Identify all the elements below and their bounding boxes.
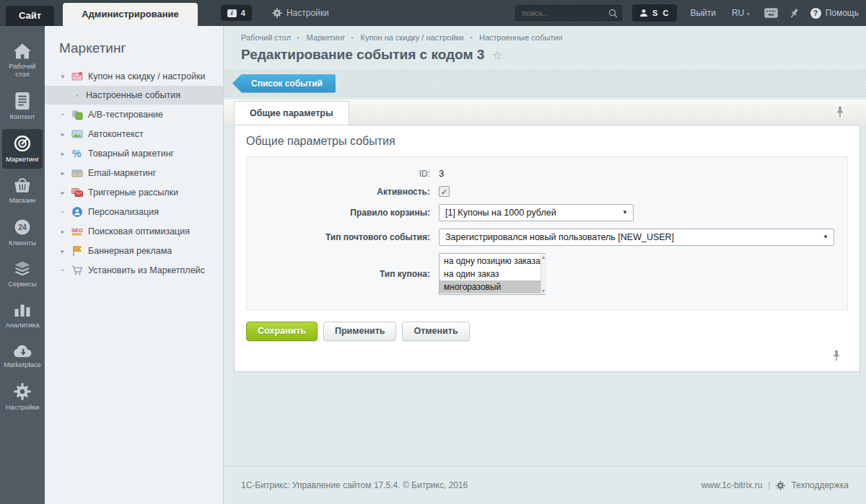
autocontext-icon: [71, 128, 83, 140]
hotkeys-button[interactable]: [764, 8, 778, 18]
form-tabs-bar: Общие параметры: [224, 100, 866, 125]
tree-item-trigger-mailings[interactable]: ▸ Триггерные рассылки: [45, 182, 223, 202]
form-section-title: Общие параметры события: [235, 125, 860, 156]
scroll-down-icon[interactable]: ▼: [541, 288, 546, 293]
tree-item-personalization[interactable]: ▪ Персонализация: [45, 202, 223, 221]
rail-item-services[interactable]: Сервисы: [2, 255, 43, 293]
coupon-type-option-selected[interactable]: многоразовый: [439, 280, 541, 293]
pin-header-button[interactable]: [790, 8, 799, 19]
tab-administration[interactable]: Администрирование: [63, 3, 198, 26]
footer-links: www.1c-bitrix.ru | Техподдержка: [701, 480, 849, 490]
menu-tree-panel: Маркетинг ▾ Купон на скидку / настройки …: [45, 26, 224, 504]
rail-item-content[interactable]: Контент: [2, 87, 43, 126]
tree-item-banner-ads[interactable]: ▸ Баннерная реклама: [45, 241, 223, 260]
breadcrumb-sep-icon: ▸: [351, 35, 354, 40]
topbar-settings-button[interactable]: Настройки: [272, 8, 329, 18]
mail-event-select[interactable]: Зарегистрировался новый пользователь [NE…: [439, 229, 834, 246]
cart-rule-select[interactable]: [1] Купоны на 1000 рублей ▼: [439, 204, 634, 221]
save-button[interactable]: Сохранить: [246, 322, 318, 341]
gear-icon: [776, 481, 785, 490]
search-icon[interactable]: [608, 8, 618, 21]
breadcrumb-link[interactable]: Маркетинг: [307, 33, 345, 42]
page-title-row: Редактирование события с кодом 3 ☆: [241, 47, 866, 63]
help-button[interactable]: ? Помощь: [810, 8, 859, 19]
breadcrumb-sep-icon: ▸: [471, 35, 473, 40]
rail-item-store[interactable]: Магазин: [2, 172, 43, 210]
tab-general-params[interactable]: Общие параметры: [234, 101, 349, 125]
rail-item-clients[interactable]: 24 Клиенты: [2, 213, 43, 252]
breadcrumb-link[interactable]: Настроенные события: [479, 33, 562, 42]
keyboard-icon: [764, 8, 778, 18]
context-toolbar: Список событий: [224, 70, 866, 97]
svg-text:24: 24: [18, 223, 27, 231]
mail-event-label: Тип почтового события:: [247, 232, 439, 242]
chevron-down-icon: ▾: [747, 11, 750, 17]
tree-item-label: Email-маркетинг: [88, 168, 156, 178]
breadcrumb-link[interactable]: Купон на скидку / настройки: [361, 33, 464, 42]
tree-collapsed-icon[interactable]: ▸: [59, 247, 66, 255]
rail-item-label: Marketplace: [4, 361, 41, 368]
top-bar: Сайт Администрирование i 4 Настройки: [0, 0, 866, 26]
active-checkbox[interactable]: ✓: [439, 186, 450, 197]
pin-icon: [832, 350, 841, 361]
tree-collapsed-icon[interactable]: ▸: [59, 189, 66, 196]
bullet-icon: ▪: [59, 208, 66, 215]
left-rail: Рабочий стол Контент Маркетинг: [0, 26, 45, 504]
search-input[interactable]: [515, 5, 622, 21]
footer-support-link[interactable]: Техподдержка: [791, 480, 849, 490]
rail-item-label: Клиенты: [9, 239, 36, 247]
tree-header: Маркетинг: [45, 26, 223, 66]
gear-icon: [14, 383, 31, 400]
tree-item-label: Товарный маркетинг: [88, 149, 174, 159]
listbox-scrollbar[interactable]: ▲ ▼: [541, 254, 546, 294]
language-selector[interactable]: RU ▾: [732, 8, 750, 18]
tree-collapsed-icon[interactable]: ▸: [59, 169, 66, 177]
user-menu-button[interactable]: S C: [632, 4, 677, 22]
help-icon: ?: [810, 8, 821, 19]
footer-site-link[interactable]: www.1c-bitrix.ru: [701, 480, 763, 490]
pin-form-button[interactable]: [832, 350, 841, 364]
apply-button[interactable]: Применить: [323, 322, 397, 341]
rail-item-marketing[interactable]: Маркетинг: [2, 129, 43, 169]
rail-item-desktop[interactable]: Рабочий стол: [2, 37, 43, 84]
cancel-button[interactable]: Отменить: [402, 322, 469, 341]
chevron-down-icon: ▼: [823, 229, 828, 245]
coupon-type-option[interactable]: на один заказ: [439, 268, 541, 280]
pin-tabs-button[interactable]: [836, 106, 844, 120]
back-to-list-button[interactable]: Список событий: [232, 74, 336, 93]
tree-item-configured-events[interactable]: ▪ Настроенные события: [45, 86, 223, 105]
basket-icon: [14, 177, 31, 193]
tree-item-install-marketplace[interactable]: ▪ Установить из Маркетплейс: [45, 260, 223, 280]
tree-collapsed-icon[interactable]: ▸: [59, 150, 66, 157]
scroll-up-icon[interactable]: ▲: [541, 255, 546, 260]
edit-form-panel: Общие параметры события ID: 3 Активность…: [234, 125, 860, 372]
tree-item-product-marketing[interactable]: ▸ % Товарный маркетинг: [45, 143, 223, 163]
bullet-icon: ▪: [59, 267, 66, 273]
field-row-coupon-type: Тип купона: на одну позицию заказа на од…: [247, 253, 847, 295]
tree-item-autocontext[interactable]: ▸ Автоконтекст: [45, 124, 223, 143]
svg-text:SEO: SEO: [71, 227, 83, 234]
tab-site[interactable]: Сайт: [6, 6, 54, 26]
coupon-type-label: Тип купона:: [247, 269, 439, 279]
tree-item-coupon-settings[interactable]: ▾ Купон на скидку / настройки: [45, 66, 223, 86]
tree-expanded-icon[interactable]: ▾: [59, 73, 66, 80]
id-value: 3: [439, 168, 444, 179]
rail-item-settings[interactable]: Настройки: [2, 377, 43, 417]
favorite-star-icon[interactable]: ☆: [491, 48, 502, 62]
rail-item-analytics[interactable]: Аналитика: [2, 296, 43, 335]
coupon-type-option[interactable]: на одну позицию заказа: [439, 255, 541, 268]
rail-item-label: Магазин: [9, 196, 36, 204]
id-label: ID:: [247, 169, 439, 179]
tree-item-seo[interactable]: ▸ SEO Поисковая оптимизация: [45, 221, 223, 241]
tree-item-ab-testing[interactable]: ▪ A/B-тестирование: [45, 105, 223, 124]
rail-item-marketplace[interactable]: Marketplace: [2, 337, 43, 374]
personalization-icon: [71, 206, 83, 218]
breadcrumb-link[interactable]: Рабочий стол: [241, 33, 291, 42]
logout-link[interactable]: Выйти: [690, 8, 716, 18]
tree-item-email-marketing[interactable]: ▸ Email-маркетинг: [45, 163, 223, 182]
tree-collapsed-icon[interactable]: ▸: [59, 228, 66, 235]
cloud-download-icon: [13, 343, 32, 358]
coupon-type-listbox[interactable]: на одну позицию заказа на один заказ мно…: [439, 253, 546, 295]
tree-collapsed-icon[interactable]: ▸: [59, 131, 66, 138]
notifications-button[interactable]: i 4: [221, 5, 252, 21]
